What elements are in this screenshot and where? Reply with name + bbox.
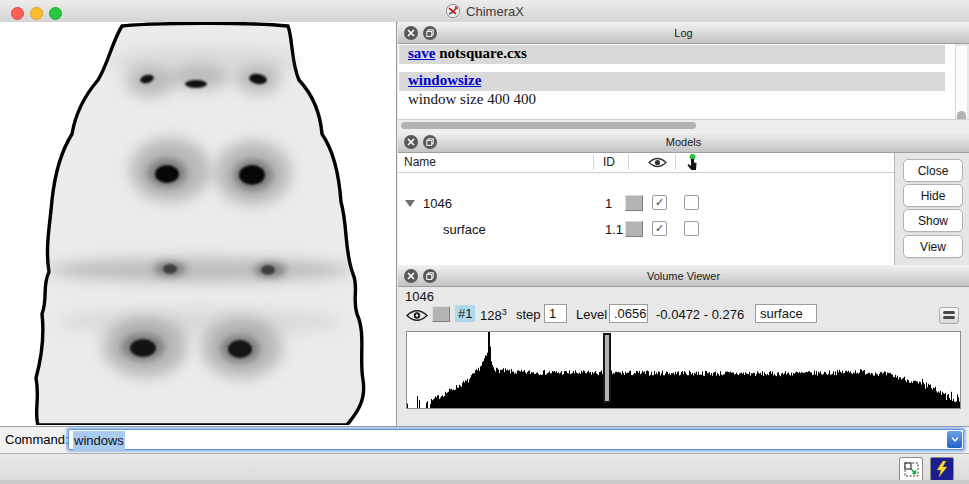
command-label: Command:	[5, 427, 69, 453]
model-name: 1046	[423, 196, 452, 211]
volume-model-name: 1046	[405, 289, 434, 304]
log-panel-title: Log	[398, 22, 969, 44]
command-input[interactable]: windows	[68, 429, 964, 450]
log-horizontal-scrollbar[interactable]	[398, 119, 969, 131]
log-command-link[interactable]: save	[408, 45, 436, 61]
step-label: step	[516, 307, 541, 322]
display-style-select[interactable]: surface	[755, 304, 817, 323]
models-panel-title: Models	[398, 131, 969, 153]
log-panel-header: Log	[398, 22, 969, 44]
resize-window-icon	[903, 461, 920, 478]
command-text-selected: windows	[73, 431, 125, 450]
titlebar[interactable]: ChimeraX	[0, 0, 969, 23]
status-bar	[0, 453, 969, 484]
column-name: Name	[404, 155, 436, 169]
log-command-args: notsquare.cxs	[436, 45, 527, 61]
log-panel: Log save notsquare.cxs windowsize window…	[398, 22, 969, 131]
volume-shown-eye-icon[interactable]	[406, 309, 428, 322]
log-entry: save notsquare.cxs	[399, 45, 945, 64]
models-table-header: Name ID	[398, 153, 894, 173]
hide-model-button[interactable]: Hide	[903, 184, 963, 207]
shown-checkbox[interactable]: ✓	[652, 221, 667, 236]
models-table: Name ID 1046 1 ✓	[398, 153, 895, 265]
models-button-column: Close Hide Show View	[895, 153, 969, 265]
step-input[interactable]: 1	[544, 304, 567, 323]
volume-dimensions: 1283	[480, 307, 507, 323]
histogram[interactable]	[406, 331, 961, 409]
lightning-bolt-icon	[935, 461, 949, 477]
volume-viewer-title: Volume Viewer	[398, 265, 969, 287]
model-id: 1.1	[605, 222, 623, 237]
close-model-button[interactable]: Close	[903, 159, 963, 182]
view-model-button[interactable]: View	[903, 235, 963, 258]
window-title: ChimeraX	[466, 4, 524, 19]
shown-checkbox[interactable]: ✓	[652, 195, 667, 210]
model-row[interactable]: surface 1.1 ✓	[398, 217, 894, 243]
shown-eye-icon	[648, 157, 667, 168]
volume-viewer-header: Volume Viewer	[398, 265, 969, 287]
model-row[interactable]: 1046 1 ✓	[398, 191, 894, 217]
chevron-down-icon	[951, 437, 959, 442]
selected-checkbox[interactable]	[684, 221, 699, 236]
histogram-canvas	[407, 332, 960, 408]
level-label: Level	[576, 307, 607, 322]
fast-mode-button[interactable]	[930, 457, 954, 481]
chimerax-window: ChimeraX	[0, 0, 969, 484]
command-bar: Command: windows	[0, 426, 969, 453]
column-id: ID	[603, 155, 615, 169]
level-input[interactable]: .0656	[609, 304, 648, 323]
log-command-link[interactable]: windowsize	[408, 72, 481, 88]
log-entry: windowsize	[399, 72, 945, 91]
resize-graphics-button[interactable]	[899, 457, 923, 481]
log-output-text: window size 400 400	[399, 91, 536, 108]
models-panel: Models Name ID 1046 1	[398, 131, 969, 265]
collapse-panel-button[interactable]	[939, 307, 959, 324]
volume-viewer-panel: Volume Viewer 1046 #1 1283 step 1 Level …	[398, 265, 969, 426]
model-color-swatch[interactable]	[625, 221, 643, 237]
model-id: 1	[605, 196, 612, 211]
models-panel-header: Models	[398, 131, 969, 153]
select-hand-icon	[685, 154, 698, 171]
graphics-viewport[interactable]	[0, 22, 397, 426]
scrollbar-thumb[interactable]	[401, 122, 696, 129]
model-name: surface	[443, 222, 486, 237]
command-history-dropdown[interactable]	[947, 431, 962, 448]
volume-color-swatch[interactable]	[432, 306, 450, 322]
show-model-button[interactable]: Show	[903, 209, 963, 232]
threshold-marker[interactable]	[603, 333, 611, 403]
chimerax-icon	[445, 3, 461, 19]
volume-model-id: #1	[455, 305, 475, 322]
molecule-surface-rendering	[0, 22, 396, 425]
selected-checkbox[interactable]	[684, 195, 699, 210]
disclosure-triangle-icon[interactable]	[405, 200, 415, 207]
model-color-swatch[interactable]	[625, 195, 643, 211]
data-range: -0.0472 - 0.276	[656, 307, 744, 322]
